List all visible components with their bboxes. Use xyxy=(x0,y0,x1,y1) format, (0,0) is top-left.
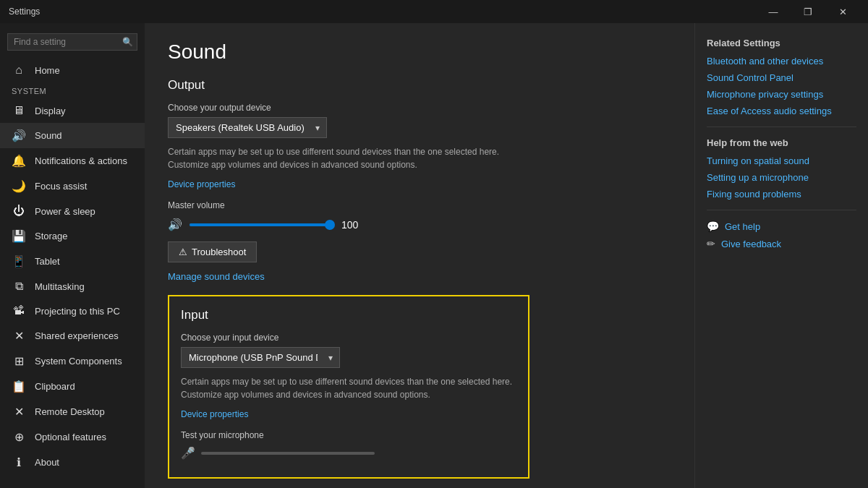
output-troubleshoot-button[interactable]: ⚠ Troubleshoot xyxy=(168,241,257,262)
mic-test-row: 🎤 xyxy=(181,446,516,460)
give-feedback-text: Give feedback xyxy=(721,239,781,249)
sidebar-item-storage-label: Storage xyxy=(35,231,68,241)
related-settings-title: Related Settings xyxy=(707,38,856,48)
volume-icon: 🔊 xyxy=(168,218,182,231)
output-device-label: Choose your output device xyxy=(168,103,671,113)
right-divider-2 xyxy=(707,210,856,210)
input-device-select[interactable]: Microphone (USB PnP Sound Device) xyxy=(181,347,340,368)
search-icon: 🔍 xyxy=(122,37,133,47)
storage-icon: 💾 xyxy=(12,229,26,243)
sidebar-item-optional[interactable]: ⊕ Optional features xyxy=(0,424,145,450)
output-troubleshoot-label: Troubleshoot xyxy=(192,247,246,257)
sidebar-item-tablet[interactable]: 📱 Tablet xyxy=(0,249,145,274)
get-help-icon: 💬 xyxy=(707,221,719,232)
get-help-item[interactable]: 💬 Get help xyxy=(707,221,856,232)
output-section-title: Output xyxy=(168,78,671,93)
microphone-icon: 🎤 xyxy=(181,446,195,460)
close-button[interactable]: ✕ xyxy=(826,0,859,23)
search-input[interactable] xyxy=(14,37,122,47)
help-link-spatial[interactable]: Turning on spatial sound xyxy=(707,155,856,166)
give-feedback-item[interactable]: ✏ Give feedback xyxy=(707,238,856,249)
sidebar-item-about[interactable]: ℹ About xyxy=(0,450,145,475)
about-icon: ℹ xyxy=(12,455,26,469)
sidebar-item-optional-label: Optional features xyxy=(35,432,106,442)
tablet-icon: 📱 xyxy=(12,254,26,268)
input-section-title: Input xyxy=(181,308,516,322)
search-box[interactable]: 🔍 xyxy=(7,33,137,51)
main-content: Sound Output Choose your output device S… xyxy=(145,23,694,488)
sound-icon: 🔊 xyxy=(12,129,26,142)
help-link-microphone[interactable]: Setting up a microphone xyxy=(707,172,856,183)
notifications-icon: 🔔 xyxy=(12,154,26,168)
help-from-web-title: Help from the web xyxy=(707,137,856,148)
title-bar-text: Settings xyxy=(9,7,40,17)
sysComponents-icon: ⊞ xyxy=(12,354,26,368)
clipboard-icon: 📋 xyxy=(12,380,26,393)
optional-icon: ⊕ xyxy=(12,430,26,444)
volume-value: 100 xyxy=(341,219,363,231)
title-bar-controls: — ❐ ✕ xyxy=(757,0,859,23)
sidebar-item-sysComponents[interactable]: ⊞ System Components xyxy=(0,348,145,374)
right-panel: Related Settings Bluetooth and other dev… xyxy=(694,23,868,488)
sidebar-item-focus[interactable]: 🌙 Focus assist xyxy=(0,174,145,199)
right-divider xyxy=(707,127,856,127)
related-link-microphone-privacy[interactable]: Microphone privacy settings xyxy=(707,89,856,100)
input-device-dropdown-wrap[interactable]: Microphone (USB PnP Sound Device) xyxy=(181,347,340,368)
sidebar-item-remote[interactable]: ✕ Remote Desktop xyxy=(0,399,145,424)
shared-icon: ✕ xyxy=(12,329,26,343)
focus-icon: 🌙 xyxy=(12,179,26,193)
output-device-select[interactable]: Speakers (Realtek USB Audio) xyxy=(168,117,327,138)
power-icon: ⏻ xyxy=(12,205,26,218)
test-mic-label: Test your microphone xyxy=(181,430,516,440)
related-link-ease-of-access[interactable]: Ease of Access audio settings xyxy=(707,106,856,116)
sidebar-item-home[interactable]: ⌂ Home xyxy=(0,58,145,82)
sidebar-item-sound[interactable]: 🔊 Sound xyxy=(0,123,145,148)
sidebar-item-sound-label: Sound xyxy=(35,130,62,141)
help-link-sound-problems[interactable]: Fixing sound problems xyxy=(707,189,856,200)
input-info-text: Certain apps may be set up to use differ… xyxy=(181,375,516,401)
sidebar-item-clipboard[interactable]: 📋 Clipboard xyxy=(0,374,145,399)
sidebar-item-power[interactable]: ⏻ Power & sleep xyxy=(0,199,145,223)
sidebar-item-display[interactable]: 🖥 Display xyxy=(0,98,145,123)
output-device-dropdown-wrap[interactable]: Speakers (Realtek USB Audio) xyxy=(168,117,327,138)
sidebar-item-power-label: Power & sleep xyxy=(35,206,95,217)
input-device-properties-link[interactable]: Device properties xyxy=(181,409,248,419)
minimize-button[interactable]: — xyxy=(757,0,790,23)
sidebar-item-tablet-label: Tablet xyxy=(35,256,60,267)
sidebar-item-clipboard-label: Clipboard xyxy=(35,381,75,392)
sidebar-item-display-label: Display xyxy=(35,106,66,116)
sidebar: 🔍 ⌂ Home System 🖥 Display 🔊 Sound 🔔 Noti… xyxy=(0,23,145,488)
sidebar-item-focus-label: Focus assist xyxy=(35,181,87,192)
related-link-bluetooth[interactable]: Bluetooth and other devices xyxy=(707,56,856,67)
give-feedback-icon: ✏ xyxy=(707,238,715,249)
output-device-properties-link[interactable]: Device properties xyxy=(168,179,235,189)
display-icon: 🖥 xyxy=(12,104,26,117)
sidebar-item-projecting-label: Projecting to this PC xyxy=(35,306,120,317)
sidebar-item-notifications-label: Notifications & actions xyxy=(35,155,127,166)
sidebar-item-multitasking-label: Multitasking xyxy=(35,281,85,292)
page-title: Sound xyxy=(168,40,671,64)
sidebar-item-remote-label: Remote Desktop xyxy=(35,406,105,417)
sidebar-item-projecting[interactable]: 📽 Projecting to this PC xyxy=(0,299,145,323)
sidebar-item-multitasking[interactable]: ⧉ Multitasking xyxy=(0,274,145,299)
sidebar-item-sysComponents-label: System Components xyxy=(35,356,122,367)
get-help-text: Get help xyxy=(725,221,760,232)
volume-slider-track[interactable] xyxy=(190,223,334,226)
master-volume-label: Master volume xyxy=(168,200,671,210)
output-manage-link[interactable]: Manage sound devices xyxy=(168,271,265,282)
sidebar-item-home-label: Home xyxy=(35,65,60,76)
warning-icon: ⚠ xyxy=(179,247,187,257)
sidebar-item-notifications[interactable]: 🔔 Notifications & actions xyxy=(0,148,145,174)
sidebar-item-storage[interactable]: 💾 Storage xyxy=(0,223,145,249)
input-device-label: Choose your input device xyxy=(181,333,516,343)
related-link-sound-control[interactable]: Sound Control Panel xyxy=(707,72,856,83)
volume-slider-thumb[interactable] xyxy=(325,220,335,230)
restore-button[interactable]: ❐ xyxy=(791,0,825,23)
volume-row: 🔊 100 xyxy=(168,218,671,231)
sidebar-item-shared[interactable]: ✕ Shared experiences xyxy=(0,323,145,348)
sidebar-item-about-label: About xyxy=(35,457,59,468)
title-bar: Settings — ❐ ✕ xyxy=(0,0,868,23)
projecting-icon: 📽 xyxy=(12,304,26,317)
input-section: Input Choose your input device Microphon… xyxy=(168,295,529,479)
sidebar-system-label: System xyxy=(0,82,145,98)
